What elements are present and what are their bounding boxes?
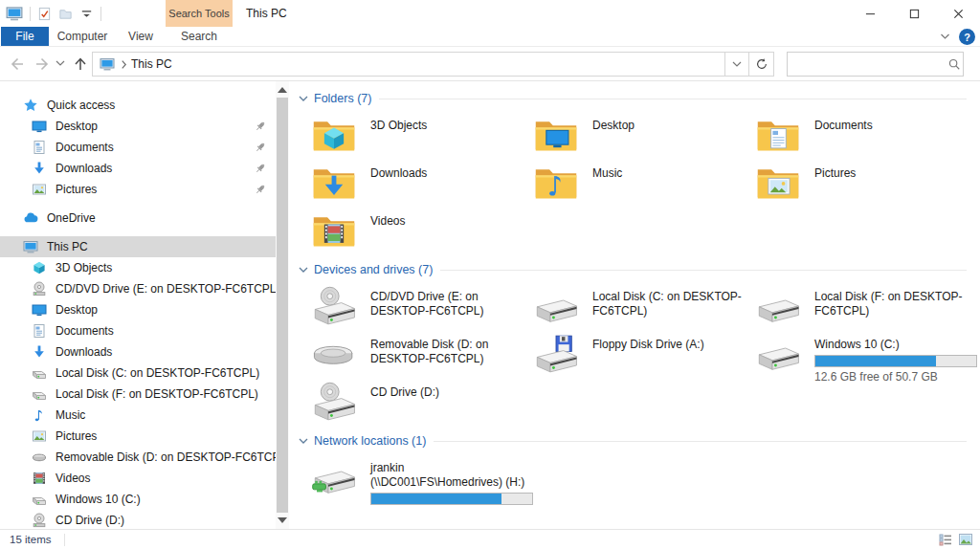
- tile-jrankin-dc001-fs-homedrives-h[interactable]: jrankin (\\DC001\FS\Homedrives) (H:): [311, 456, 533, 504]
- search-icon: [947, 57, 961, 71]
- forward-button[interactable]: [34, 56, 50, 72]
- address-bar[interactable]: This PC: [92, 52, 725, 77]
- sidebar-item-pictures[interactable]: Pictures: [0, 179, 276, 200]
- address-dropdown-button[interactable]: [724, 52, 749, 77]
- recent-locations-chevron-icon[interactable]: [56, 60, 65, 67]
- tile-3d-objects[interactable]: 3D Objects: [311, 114, 533, 162]
- sidebar-item-local-disk-f-on-desktop-fc6tcpl[interactable]: Local Disk (F: on DESKTOP-FC6TCPL): [0, 384, 276, 405]
- sidebar-item-downloads[interactable]: Downloads: [0, 341, 276, 362]
- section-header-folders-7[interactable]: Folders (7): [299, 91, 967, 106]
- tab-view[interactable]: View: [116, 27, 166, 46]
- close-icon: [953, 9, 964, 19]
- section-header-network-locations-1[interactable]: Network locations (1): [299, 433, 967, 449]
- tile-local-disk-c-on-desktop-fc6tcpl[interactable]: Local Disk (C: on DESKTOP-FC6TCPL): [533, 285, 755, 333]
- tile-label: Videos: [370, 214, 405, 229]
- section-header-devices-and-drives-7[interactable]: Devices and drives (7): [299, 262, 967, 277]
- sidebar-item-removable-disk-d-on-desktop-fc6tcpl[interactable]: Removable Disk (D: on DESKTOP-FC6TCPL): [0, 447, 276, 468]
- tile-downloads[interactable]: Downloads: [311, 162, 533, 209]
- sidebar-item-windows-10-c[interactable]: Windows 10 (C:): [0, 489, 276, 510]
- sidebar-item-desktop[interactable]: Desktop: [0, 116, 276, 137]
- section-title: Network locations (1): [314, 434, 426, 448]
- navigation-bar: This PC: [0, 47, 980, 81]
- tile-documents[interactable]: Documents: [755, 114, 977, 162]
- floppy-drive-icon: [533, 333, 579, 375]
- hdd-drive-icon: [755, 285, 801, 327]
- collapse-ribbon-chevron-icon[interactable]: [940, 33, 950, 40]
- breadcrumb-chevron-icon[interactable]: [121, 59, 127, 70]
- scroll-down-icon[interactable]: [278, 517, 287, 523]
- section-rule: [434, 441, 967, 442]
- separator: [100, 7, 101, 21]
- picture-icon: [32, 428, 47, 444]
- sidebar-item-quick-access[interactable]: Quick access: [0, 95, 276, 116]
- tile-floppy-disk-drive-a[interactable]: Floppy Disk Drive (A:): [533, 333, 755, 381]
- sidebar-item-onedrive[interactable]: OneDrive: [0, 208, 276, 229]
- scroll-up-icon[interactable]: [278, 87, 287, 93]
- tile-cd-dvd-drive-e-on-desktop-fc6tcpl[interactable]: CD/DVD Drive (E: on DESKTOP-FC6TCPL): [311, 285, 533, 333]
- tile-label: Removable Disk (D: on DESKTOP-FC6TCPL): [370, 338, 526, 366]
- hdd-icon: [32, 386, 47, 402]
- tab-computer[interactable]: Computer: [49, 27, 116, 46]
- properties-icon[interactable]: [37, 7, 52, 21]
- tile-music[interactable]: Music: [533, 162, 755, 209]
- customize-toolbar-chevron-icon[interactable]: [79, 7, 94, 21]
- cd-icon: [32, 513, 47, 528]
- pin-icon: [254, 183, 267, 196]
- sidebar-item-cd-drive-d[interactable]: CD Drive (D:): [0, 510, 276, 529]
- separator: [30, 7, 31, 21]
- sidebar-item-documents[interactable]: Documents: [0, 320, 276, 341]
- pin-icon: [254, 162, 267, 175]
- tile-label: CD Drive (D:): [370, 385, 439, 400]
- cloud-icon: [23, 210, 38, 226]
- tile-windows-10-c[interactable]: Windows 10 (C:) 12.6 GB free of 50.7 GB: [755, 333, 977, 381]
- tile-grid: jrankin (\\DC001\FS\Homedrives) (H:): [311, 456, 967, 504]
- tab-search[interactable]: Search: [166, 27, 233, 46]
- sidebar-item-cd-dvd-drive-e-on-desktop-fc6tcpl[interactable]: CD/DVD Drive (E: on DESKTOP-FC6TCPL): [0, 278, 276, 299]
- sidebar-item-this-pc[interactable]: This PC: [0, 236, 276, 257]
- tile-pictures[interactable]: Pictures: [755, 162, 977, 209]
- help-button[interactable]: ?: [959, 29, 975, 45]
- folder-desktop-icon: [533, 114, 579, 156]
- tab-file[interactable]: File: [1, 27, 49, 46]
- new-folder-icon[interactable]: [58, 7, 73, 21]
- tile-label: Local Disk (C: on DESKTOP-FC6TCPL): [592, 290, 748, 318]
- sidebar-item-desktop[interactable]: Desktop: [0, 299, 276, 320]
- pin-icon: [254, 120, 267, 133]
- tile-label: Desktop: [592, 119, 635, 133]
- quick-access-toolbar: [6, 4, 101, 23]
- back-button[interactable]: [10, 56, 25, 72]
- details-view-button[interactable]: [938, 532, 953, 547]
- minimize-button[interactable]: [848, 0, 892, 27]
- this-pc-icon: [6, 5, 23, 22]
- sidebar-item-pictures[interactable]: Pictures: [0, 426, 276, 447]
- document-icon: [32, 140, 47, 155]
- star-icon: [23, 98, 38, 113]
- up-button[interactable]: [73, 56, 88, 72]
- scrollbar-thumb[interactable]: [277, 98, 288, 513]
- breadcrumb[interactable]: This PC: [131, 57, 172, 71]
- tile-local-disk-f-on-desktop-fc6tcpl[interactable]: Local Disk (F: on DESKTOP-FC6TCPL): [755, 285, 977, 333]
- sidebar-item-music[interactable]: Music: [0, 405, 276, 426]
- sidebar-item-videos[interactable]: Videos: [0, 468, 276, 489]
- sidebar-item-local-disk-c-on-desktop-fc6tcpl[interactable]: Local Disk (C: on DESKTOP-FC6TCPL): [0, 362, 276, 384]
- sidebar-item-3d-objects[interactable]: 3D Objects: [0, 257, 276, 278]
- document-icon: [32, 323, 47, 339]
- tile-removable-disk-d-on-desktop-fc6tcpl[interactable]: Removable Disk (D: on DESKTOP-FC6TCPL): [311, 333, 533, 381]
- ribbon-tabs: File Computer View Search ?: [0, 27, 980, 47]
- sidebar-item-downloads[interactable]: Downloads: [0, 158, 276, 179]
- separator: [64, 534, 65, 546]
- tile-cd-drive-d[interactable]: CD Drive (D:): [311, 381, 533, 428]
- large-icons-view-button[interactable]: [958, 532, 973, 547]
- tile-label: Local Disk (F: on DESKTOP-FC6TCPL): [814, 290, 970, 318]
- search-input[interactable]: [788, 53, 947, 76]
- refresh-button[interactable]: [748, 52, 774, 77]
- tile-label: Downloads: [370, 166, 427, 181]
- sidebar-item-documents[interactable]: Documents: [0, 137, 276, 158]
- tile-desktop[interactable]: Desktop: [533, 114, 755, 162]
- tile-videos[interactable]: Videos: [311, 209, 533, 257]
- maximize-button[interactable]: [892, 0, 936, 27]
- folder-downloads-icon: [311, 162, 357, 204]
- close-button[interactable]: [936, 0, 980, 27]
- search-tools-contextual-tab: Search Tools: [166, 0, 233, 27]
- sidebar-scrollbar[interactable]: [276, 81, 289, 529]
